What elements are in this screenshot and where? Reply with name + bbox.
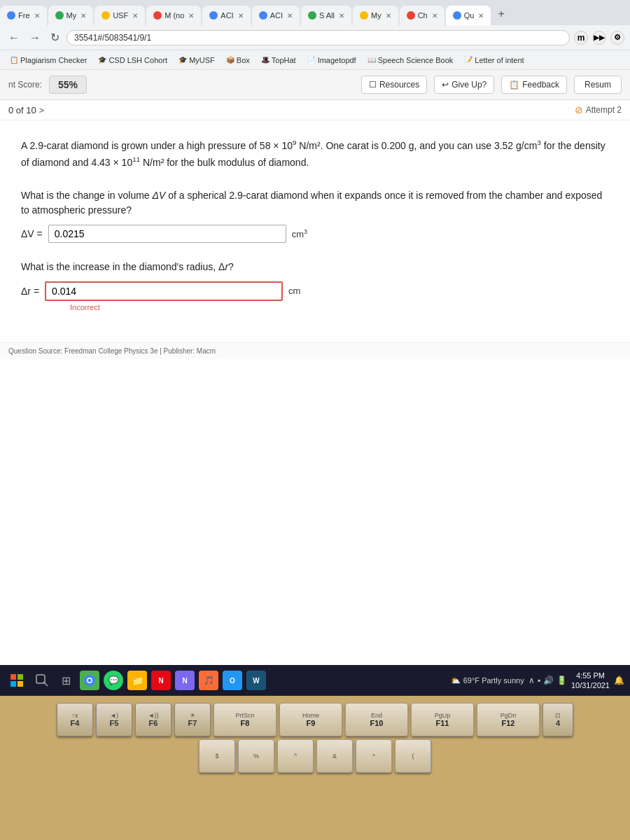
new-tab-button[interactable]: + (492, 8, 510, 20)
taskbar-search[interactable] (32, 671, 52, 690)
feedback-icon: 📋 (509, 80, 519, 90)
tab-my1[interactable]: My ✕ (48, 6, 94, 25)
taskbar-whatsapp[interactable]: 💬 (104, 671, 123, 690)
tab-close-ch[interactable]: ✕ (432, 12, 438, 20)
bookmark-speech-book[interactable]: 📖 Speech Science Book (363, 55, 458, 66)
key-percent[interactable]: % (238, 739, 274, 773)
feedback-button[interactable]: 📋 Feedback (501, 76, 567, 94)
tab-close-fre[interactable]: ✕ (34, 12, 40, 20)
taskbar-clock: 4:55 PM 10/31/2021 (571, 671, 610, 691)
question-nav: 0 of 10 > ⊘ Attempt 2 (0, 100, 630, 120)
svg-rect-0 (10, 674, 16, 680)
tab-close-qu[interactable]: ✕ (478, 12, 484, 20)
source-text: Question Source: Freedman College Physic… (8, 347, 216, 355)
attempt-icon: ⊘ (575, 104, 583, 115)
tab-close-no[interactable]: ✕ (188, 12, 194, 20)
taskbar-task-view[interactable]: ⊞ (56, 671, 76, 690)
tab-no[interactable]: M (no ✕ (146, 6, 201, 25)
tab-close-usf[interactable]: ✕ (132, 12, 138, 20)
score-bar: nt Score: 55% ☐ Resources ↩ Give Up? 📋 F… (0, 70, 630, 100)
chrome-icon (83, 674, 96, 687)
sub-question-2: What is the increase in the diamond's ra… (21, 260, 609, 312)
key-4[interactable]: ⊡ 4 (542, 703, 573, 736)
key-f7[interactable]: ☀ F7 (174, 703, 211, 736)
key-dollar[interactable]: $ (199, 739, 235, 773)
bookmark-tophat[interactable]: 🎩 TopHat (257, 55, 300, 66)
answer-row-1: ΔV = cm3 (21, 225, 609, 243)
key-pgup[interactable]: PgUp F11 (411, 703, 474, 736)
tab-usf[interactable]: USF ✕ (94, 6, 145, 25)
extension-icon[interactable]: ▶▶ (592, 31, 606, 45)
key-open-paren[interactable]: ( (395, 739, 431, 773)
question-area: A 2.9-carat diamond is grown under a hig… (0, 120, 630, 342)
tab-my2[interactable]: My ✕ (353, 6, 398, 25)
network-icon[interactable]: ▪ (538, 676, 540, 685)
bookmark-plagiarism[interactable]: 📋 Plagiarism Checker (6, 55, 91, 66)
key-f6[interactable]: ◄)) F6 (135, 703, 172, 736)
key-caret[interactable]: ^ (277, 739, 314, 773)
score-value: 55% (49, 76, 87, 94)
bookmarks-bar: 📋 Plagiarism Checker 🎓 CSD LSH Cohort 🎓 … (0, 50, 630, 70)
weather-info: ⛅ 69°F Partly sunny (451, 676, 524, 685)
taskbar-app2[interactable]: 🎵 (199, 671, 218, 690)
nav-chevron[interactable]: > (39, 105, 45, 115)
tab-ch[interactable]: Ch ✕ (400, 6, 444, 25)
svg-point-8 (88, 679, 92, 682)
key-home[interactable]: Home F9 (279, 703, 342, 736)
forward-button[interactable]: → (27, 30, 43, 46)
bookmark-box[interactable]: 📦 Box (222, 55, 254, 66)
taskbar-files[interactable]: 📁 (127, 671, 147, 690)
profile-icon[interactable]: m (574, 31, 588, 45)
tab-aci2[interactable]: ACI ✕ (252, 6, 300, 25)
key-f5[interactable]: ◄) F5 (96, 703, 132, 736)
tab-fre[interactable]: Fre ✕ (0, 6, 47, 25)
pdf-icon: 📄 (307, 56, 316, 64)
notification-bell[interactable]: 🔔 (614, 676, 624, 685)
key-prtscn[interactable]: PrtScn F8 (214, 703, 276, 736)
taskbar-app1[interactable]: N (175, 671, 195, 690)
tab-close-my2[interactable]: ✕ (386, 12, 391, 20)
bookmark-myusf[interactable]: 🎓 MyUSF (174, 55, 219, 66)
back-button[interactable]: ← (6, 30, 22, 46)
chevron-up-icon[interactable]: ∧ (528, 676, 535, 685)
bookmark-imagetopdf[interactable]: 📄 Imagetopdf (303, 55, 360, 66)
tab-close-my1[interactable]: ✕ (80, 12, 86, 20)
url-bar[interactable] (66, 30, 570, 46)
volume-icon[interactable]: 🔊 (543, 676, 554, 685)
key-pgdn[interactable]: PgDn F12 (477, 703, 540, 736)
taskbar-app3[interactable]: O (223, 671, 242, 690)
delta-v-input[interactable] (48, 225, 286, 243)
key-asterisk[interactable]: * (356, 739, 392, 773)
taskbar-chrome[interactable] (80, 671, 99, 690)
book-icon: 📖 (368, 56, 376, 64)
tab-aci1[interactable]: ACI ✕ (202, 6, 250, 25)
delta-r-input[interactable] (45, 281, 283, 301)
settings-icon[interactable]: ⚙ (610, 31, 624, 45)
tab-close-aci2[interactable]: ✕ (287, 12, 293, 20)
give-up-button[interactable]: ↩ Give Up? (434, 76, 494, 94)
tab-close-sall[interactable]: ✕ (339, 12, 344, 20)
key-f4[interactable]: ↑x F4 (57, 703, 93, 736)
tab-qu[interactable]: Qu ✕ (446, 6, 491, 25)
search-icon (36, 674, 48, 687)
bookmark-csd[interactable]: 🎓 CSD LSH Cohort (94, 55, 172, 66)
tab-close-aci1[interactable]: ✕ (238, 12, 244, 20)
unit-cm3: cm3 (292, 228, 307, 239)
reload-button[interactable]: ↻ (48, 29, 62, 46)
sub-q2-text: What is the increase in the diamond's ra… (21, 260, 609, 274)
incorrect-label: Incorrect (70, 303, 609, 312)
key-ampersand[interactable]: & (316, 739, 353, 773)
bookmark-letter[interactable]: 📝 Letter of intent (460, 55, 528, 66)
taskbar-netflix[interactable]: N (151, 671, 171, 690)
resources-button[interactable]: ☐ Resources (361, 76, 427, 94)
sub-question-1: What is the change in volume ΔV of a sph… (21, 188, 609, 243)
sub-q1-text: What is the change in volume ΔV of a sph… (21, 188, 609, 218)
taskbar-word[interactable]: W (246, 671, 266, 690)
keyboard-row-fn: ↑x F4 ◄) F5 ◄)) F6 ☀ F7 PrtScn F8 Home F… (6, 703, 624, 736)
battery-icon: 🔋 (556, 676, 567, 685)
tab-sall[interactable]: S All ✕ (301, 6, 351, 25)
resume-button[interactable]: Resum (574, 76, 622, 94)
start-button[interactable] (6, 669, 28, 692)
key-end[interactable]: End F10 (345, 703, 408, 736)
give-up-icon: ↩ (442, 80, 449, 90)
